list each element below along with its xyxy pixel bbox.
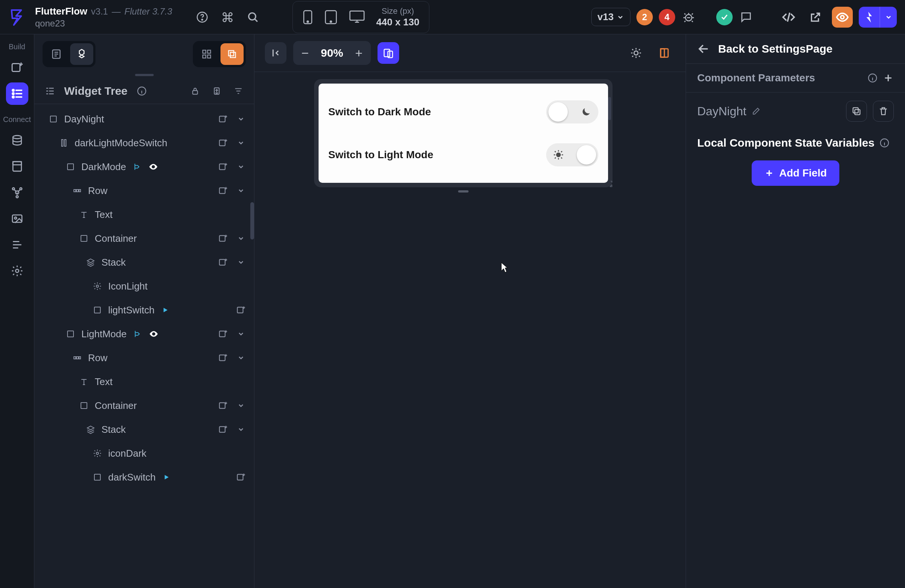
chevron-down-icon[interactable]: [235, 137, 247, 149]
panel-resize-handle[interactable]: [34, 74, 254, 77]
device-handle[interactable]: [458, 190, 468, 192]
info-icon[interactable]: [868, 73, 877, 83]
tree-row-text2[interactable]: Text: [34, 370, 254, 394]
edit-name-button[interactable]: [752, 107, 761, 116]
seg-grid[interactable]: [195, 43, 218, 65]
tree-row-darkswitch[interactable]: darkSwitch: [34, 465, 254, 489]
eye-icon[interactable]: [148, 328, 159, 340]
rail-media[interactable]: [6, 207, 29, 230]
add-child-icon[interactable]: [217, 113, 229, 126]
status-ok-icon[interactable]: [716, 9, 733, 25]
tree-row-text1[interactable]: Text: [34, 203, 254, 226]
chevron-down-icon[interactable]: [235, 351, 247, 364]
command-palette-button[interactable]: [219, 9, 236, 25]
back-button[interactable]: [697, 43, 710, 55]
tree-row-lightswitch[interactable]: lightSwitch: [34, 298, 254, 322]
lock-icon[interactable]: [187, 84, 203, 99]
tree-row-row1[interactable]: Row: [34, 179, 254, 203]
add-child-icon[interactable]: [217, 184, 229, 197]
tablet-icon[interactable]: [324, 10, 338, 25]
device-frame-button[interactable]: [654, 42, 675, 64]
chevron-down-icon[interactable]: [235, 399, 247, 412]
tree-row-icondark[interactable]: iconDark: [34, 441, 254, 465]
add-field-button[interactable]: Add Field: [752, 161, 840, 186]
rail-add-widget[interactable]: [6, 56, 29, 79]
tree-row-stack1[interactable]: Stack: [34, 250, 254, 274]
tree-row-container2[interactable]: Container: [34, 394, 254, 418]
brand-group: FlutterFlow v3.1 — Flutter 3.7.3 qone23: [0, 6, 172, 29]
panel-scrollbar[interactable]: [250, 202, 254, 240]
help-button[interactable]: [194, 9, 210, 25]
tree-row-row2[interactable]: Row: [34, 346, 254, 370]
tree-row-darkmode[interactable]: DarkMode: [34, 155, 254, 179]
tree-row-container1[interactable]: Container: [34, 226, 254, 250]
bug-icon[interactable]: [681, 10, 696, 25]
zoom-in-button[interactable]: +: [349, 43, 368, 63]
multi-device-button[interactable]: [378, 42, 399, 64]
add-child-icon[interactable]: [217, 232, 229, 245]
seg-components[interactable]: [70, 43, 93, 65]
collapse-sidebar-button[interactable]: [265, 42, 286, 64]
rail-widget-tree[interactable]: [6, 83, 29, 105]
info-icon[interactable]: [880, 138, 889, 148]
seg-overlap[interactable]: [221, 43, 244, 65]
tree-row-switch[interactable]: darkLightModeSwitch: [34, 131, 254, 155]
expand-icon[interactable]: [209, 84, 224, 99]
run-dropdown[interactable]: [880, 7, 897, 28]
code-icon[interactable]: [778, 7, 799, 28]
search-button[interactable]: [245, 9, 261, 25]
chevron-down-icon[interactable]: [235, 232, 247, 245]
add-child-icon[interactable]: [235, 304, 247, 316]
preview-button[interactable]: [832, 7, 853, 28]
rail-custom-code[interactable]: [6, 234, 29, 256]
version-dropdown[interactable]: v13: [591, 8, 630, 26]
tree-row-stack2[interactable]: Stack: [34, 418, 254, 441]
chevron-down-icon[interactable]: [235, 184, 247, 197]
info-icon[interactable]: [134, 84, 149, 99]
delete-button[interactable]: [873, 101, 894, 122]
chevron-down-icon[interactable]: [235, 423, 247, 436]
tree-row-lightmode[interactable]: LightMode: [34, 322, 254, 346]
resize-handle-icon[interactable]: [605, 180, 613, 188]
add-child-icon[interactable]: [217, 327, 229, 340]
chevron-down-icon[interactable]: [235, 113, 247, 126]
chevron-down-icon[interactable]: [235, 161, 247, 173]
device-switcher: Size (px) 440 x 130: [292, 1, 430, 33]
theme-toggle-button[interactable]: [625, 42, 647, 64]
add-child-icon[interactable]: [217, 423, 229, 436]
copy-button[interactable]: [846, 101, 867, 122]
zoom-out-button[interactable]: −: [295, 43, 315, 63]
rail-api[interactable]: [6, 181, 29, 204]
open-external-icon[interactable]: [805, 7, 826, 28]
warnings-badge[interactable]: 2: [637, 9, 653, 25]
add-child-icon[interactable]: [217, 399, 229, 412]
add-child-icon[interactable]: [217, 137, 229, 149]
light-mode-toggle[interactable]: [546, 143, 599, 167]
add-child-icon[interactable]: [217, 256, 229, 269]
tree-scroll[interactable]: DayNight darkLightModeSwitch DarkMode: [34, 104, 254, 588]
tree-row-daynight[interactable]: DayNight: [34, 107, 254, 131]
chevron-down-icon[interactable]: [235, 327, 247, 340]
preview-scrollbar[interactable]: [608, 97, 611, 120]
filter-icon[interactable]: [231, 84, 246, 99]
phone-icon[interactable]: [303, 10, 313, 25]
run-button[interactable]: [859, 7, 880, 28]
add-child-icon[interactable]: [217, 351, 229, 364]
errors-badge[interactable]: 4: [659, 9, 675, 25]
rail-settings[interactable]: [6, 260, 29, 282]
rail-firestore[interactable]: [6, 129, 29, 151]
add-param-button[interactable]: [883, 72, 894, 84]
add-child-icon[interactable]: [217, 161, 229, 173]
desktop-icon[interactable]: [349, 10, 365, 24]
device-preview[interactable]: Switch to Dark Mode Switch to Light Mode: [314, 79, 613, 187]
tree-row-iconlight[interactable]: IconLight: [34, 274, 254, 298]
rail-datatypes[interactable]: [6, 155, 29, 178]
svg-rect-59: [219, 426, 225, 432]
comments-icon[interactable]: [738, 10, 754, 25]
branch-icon: [132, 328, 143, 340]
dark-mode-toggle[interactable]: [546, 100, 599, 124]
add-child-icon[interactable]: [235, 471, 247, 483]
chevron-down-icon[interactable]: [235, 256, 247, 269]
seg-pages[interactable]: [45, 43, 68, 65]
eye-icon[interactable]: [148, 161, 159, 172]
